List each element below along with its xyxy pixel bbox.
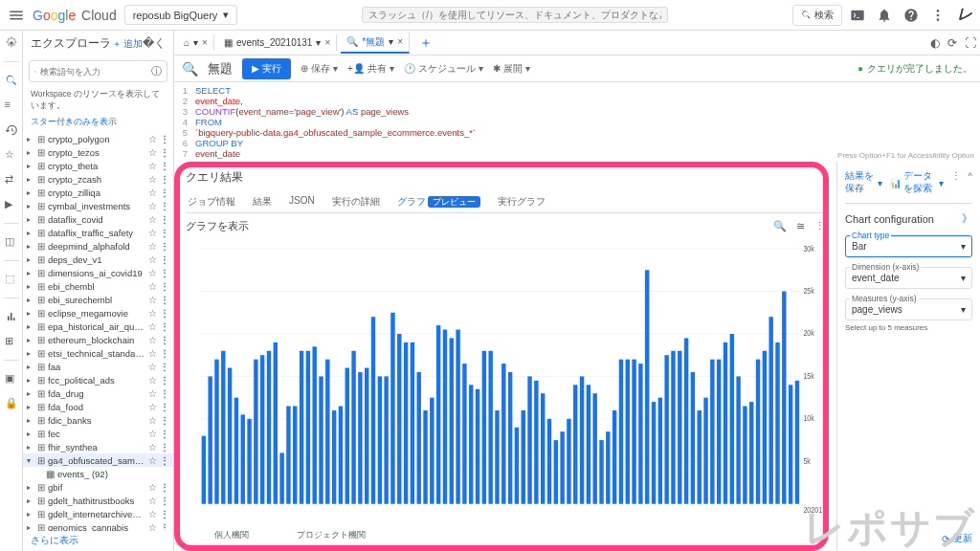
- expand-icon[interactable]: ▸: [27, 349, 34, 358]
- bar[interactable]: [208, 376, 212, 503]
- item-more-icon[interactable]: ⋮: [160, 509, 169, 519]
- tab-graph[interactable]: グラフプレビュー: [395, 191, 482, 212]
- bar[interactable]: [332, 410, 336, 504]
- help-icon[interactable]: [903, 8, 919, 23]
- item-more-icon[interactable]: ⋮: [160, 415, 169, 426]
- dataset-item[interactable]: ▸⊞deepmind_alphafold☆⋮: [23, 239, 173, 253]
- dataset-item[interactable]: ▸⊞fhir_synthea☆⋮: [23, 440, 173, 453]
- bar[interactable]: [274, 342, 278, 504]
- bar[interactable]: [599, 440, 603, 504]
- bar[interactable]: [214, 360, 218, 504]
- star-icon[interactable]: ☆: [148, 362, 157, 372]
- bar[interactable]: [306, 351, 310, 504]
- bar[interactable]: [763, 351, 767, 504]
- scheduled-icon[interactable]: ▶: [5, 198, 18, 211]
- star-icon[interactable]: ☆: [148, 509, 157, 519]
- dataset-item[interactable]: ▸⊞dataflix_traffic_safety☆⋮: [23, 226, 173, 239]
- bar[interactable]: [724, 342, 727, 504]
- bar[interactable]: [534, 381, 538, 504]
- bar[interactable]: [717, 360, 721, 504]
- bar[interactable]: [789, 385, 792, 503]
- expand-icon[interactable]: ▸: [27, 443, 34, 452]
- cloud-shell-icon[interactable]: [850, 8, 865, 23]
- item-more-icon[interactable]: ⋮: [160, 281, 169, 292]
- star-icon[interactable]: ☆: [148, 281, 157, 292]
- bar[interactable]: [691, 372, 695, 504]
- bar[interactable]: [580, 376, 584, 503]
- migrate-icon[interactable]: ≡: [5, 99, 18, 112]
- tab-json[interactable]: JSON: [287, 191, 317, 212]
- bar[interactable]: [768, 317, 772, 504]
- item-more-icon[interactable]: ⋮: [160, 161, 169, 171]
- bar[interactable]: [515, 428, 519, 504]
- security-icon[interactable]: 🔒: [5, 397, 18, 410]
- collapse-config-icon[interactable]: 》: [962, 211, 972, 226]
- expand-icon[interactable]: ▸: [27, 215, 34, 224]
- bar[interactable]: [638, 364, 642, 504]
- table-item[interactable]: ▦events_ (92): [23, 467, 173, 480]
- expand-icon[interactable]: ▸: [27, 282, 34, 291]
- item-more-icon[interactable]: ⋮: [160, 335, 169, 345]
- expand-icon[interactable]: ▸: [27, 523, 34, 532]
- bar[interactable]: [573, 385, 577, 503]
- bar[interactable]: [279, 452, 283, 503]
- star-icon[interactable]: ☆: [148, 348, 157, 359]
- explore-data-button[interactable]: 📊 データを探索 ▾: [890, 170, 943, 195]
- bar[interactable]: [371, 317, 375, 504]
- bar[interactable]: [652, 402, 656, 504]
- bar[interactable]: [430, 398, 434, 504]
- star-icon[interactable]: ☆: [148, 429, 157, 439]
- bar[interactable]: [775, 342, 779, 504]
- item-more-icon[interactable]: ⋮: [160, 295, 169, 305]
- global-search[interactable]: [362, 7, 668, 23]
- tab-result[interactable]: 結果: [251, 191, 274, 212]
- bar[interactable]: [390, 313, 394, 504]
- star-icon[interactable]: ☆: [148, 455, 157, 466]
- save-results-button[interactable]: 結果を保存 ▾: [845, 170, 882, 195]
- star-icon[interactable]: ☆: [148, 496, 157, 506]
- item-more-icon[interactable]: ⋮: [160, 442, 169, 452]
- star-icon[interactable]: ☆: [148, 388, 157, 399]
- config-more-icon[interactable]: ⋮: [951, 170, 961, 195]
- expand-icon[interactable]: ▸: [27, 229, 34, 237]
- bar[interactable]: [658, 398, 662, 504]
- bar[interactable]: [482, 351, 486, 504]
- star-icon[interactable]: ☆: [148, 228, 157, 238]
- expand-icon[interactable]: ▸: [27, 322, 34, 331]
- dataset-item[interactable]: ▸⊞crypto_zcash☆⋮: [23, 172, 173, 186]
- expand-icon[interactable]: ▸: [27, 296, 34, 304]
- search-input[interactable]: [368, 10, 661, 20]
- bar[interactable]: [541, 393, 545, 504]
- item-more-icon[interactable]: ⋮: [160, 348, 169, 359]
- item-more-icon[interactable]: ⋮: [160, 388, 169, 399]
- dataset-item[interactable]: ▸⊞genomics_cannabis☆⋮: [23, 520, 173, 531]
- hamburger-icon[interactable]: [8, 7, 25, 24]
- dataset-item[interactable]: ▸⊞crypto_tezos☆⋮: [23, 145, 173, 159]
- bar[interactable]: [678, 351, 681, 504]
- item-more-icon[interactable]: ⋮: [160, 268, 169, 278]
- star-icon[interactable]: ☆: [148, 295, 157, 305]
- dataset-item[interactable]: ▸⊞eclipse_megamovie☆⋮: [23, 306, 173, 320]
- bar[interactable]: [234, 398, 238, 504]
- star-icon[interactable]: ☆: [148, 402, 157, 412]
- dataset-item[interactable]: ▸⊞fdic_banks☆⋮: [23, 413, 173, 427]
- dataset-item[interactable]: ▸⊞ebi_chembl☆⋮: [23, 279, 173, 293]
- bar[interactable]: [456, 330, 459, 504]
- tab-untitled[interactable]: 🔍*無題▾×: [341, 33, 410, 54]
- item-more-icon[interactable]: ⋮: [160, 482, 169, 493]
- item-more-icon[interactable]: ⋮: [160, 134, 169, 144]
- item-more-icon[interactable]: ⋮: [160, 174, 169, 185]
- google-cloud-logo[interactable]: Google Cloud: [33, 8, 117, 23]
- project-selector[interactable]: reposub BigQuery ▾: [124, 5, 238, 25]
- bar[interactable]: [626, 360, 630, 504]
- dataset-item[interactable]: ▸⊞fec☆⋮: [23, 427, 173, 440]
- bar[interactable]: [567, 419, 570, 504]
- bar[interactable]: [202, 436, 206, 504]
- item-more-icon[interactable]: ⋮: [160, 201, 169, 211]
- bar[interactable]: [632, 360, 635, 504]
- bar[interactable]: [664, 355, 668, 504]
- more-icon[interactable]: [930, 8, 946, 23]
- expand-icon[interactable]: ▸: [27, 148, 34, 157]
- star-icon[interactable]: ☆: [148, 174, 157, 185]
- star-icon[interactable]: ☆: [148, 375, 157, 386]
